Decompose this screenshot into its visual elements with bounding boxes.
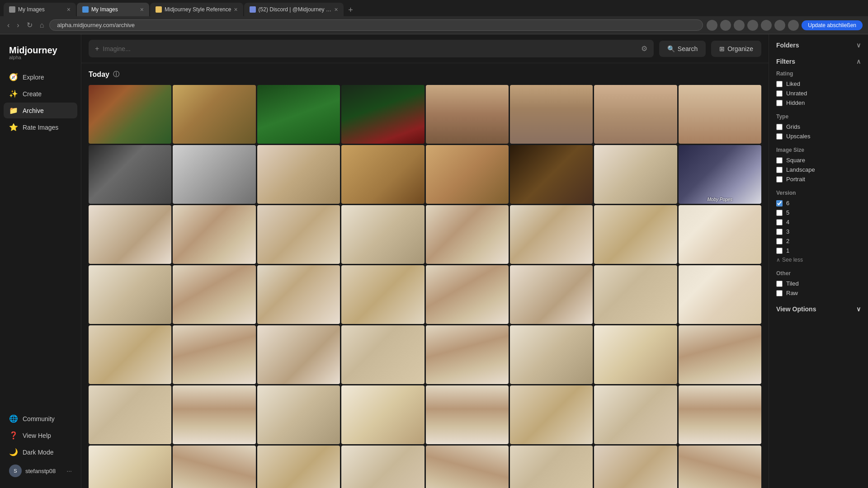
image-cell[interactable] (341, 265, 424, 324)
image-cell[interactable] (173, 205, 255, 264)
upscales-checkbox[interactable] (776, 133, 783, 140)
tab-style-ref[interactable]: Midjourney Style Reference × (150, 3, 243, 16)
browser-ext-2[interactable] (720, 20, 731, 31)
landscape-checkbox[interactable] (776, 167, 783, 173)
image-cell[interactable] (679, 265, 761, 324)
image-cell[interactable] (594, 85, 677, 144)
user-more-icon[interactable]: ··· (66, 467, 72, 474)
see-less-button[interactable]: ∧ See less (776, 257, 861, 263)
image-cell[interactable] (679, 446, 761, 488)
filter-upscales[interactable]: Upscales (776, 133, 861, 140)
image-cell[interactable] (341, 85, 424, 144)
image-cell[interactable] (89, 385, 171, 444)
image-cell[interactable] (257, 446, 340, 488)
image-cell[interactable] (341, 385, 424, 444)
image-cell[interactable] (257, 205, 340, 264)
image-cell[interactable] (173, 145, 255, 204)
filter-unrated[interactable]: Unrated (776, 90, 861, 97)
image-cell[interactable] (510, 265, 593, 324)
sidebar-item-explore[interactable]: 🧭 Explore (4, 69, 77, 85)
tab-discord[interactable]: (52) Discord | @Midjourney Bot × (244, 3, 344, 16)
image-cell[interactable] (594, 325, 677, 384)
sidebar-item-create[interactable]: ✨ Create (4, 86, 77, 102)
hidden-checkbox[interactable] (776, 100, 783, 106)
image-cell[interactable] (173, 446, 255, 488)
browser-ext-3[interactable] (734, 20, 745, 31)
new-tab-button[interactable]: + (344, 4, 357, 16)
image-cell[interactable] (89, 145, 171, 204)
v4-checkbox[interactable] (776, 219, 783, 225)
image-cell[interactable] (426, 85, 509, 144)
browser-ext-4[interactable] (747, 20, 758, 31)
image-cell[interactable] (426, 325, 509, 384)
browser-ext-5[interactable] (761, 20, 772, 31)
info-icon[interactable]: ⓘ (113, 70, 119, 79)
tiled-checkbox[interactable] (776, 281, 783, 287)
view-options-section[interactable]: View Options ∨ (776, 305, 861, 313)
address-input[interactable] (49, 19, 703, 31)
v1-checkbox[interactable] (776, 248, 783, 254)
filter-v3[interactable]: 3 (776, 228, 861, 235)
sidebar-item-community[interactable]: 🌐 Community (4, 411, 77, 427)
filter-v5[interactable]: 5 (776, 209, 861, 216)
image-cell[interactable] (89, 446, 171, 488)
filter-grids[interactable]: Grids (776, 123, 861, 130)
sidebar-item-rate[interactable]: ⭐ Rate Images (4, 119, 77, 135)
v6-checkbox[interactable] (776, 200, 783, 206)
image-cell[interactable] (510, 205, 593, 264)
image-cell[interactable] (89, 265, 171, 324)
image-cell[interactable] (341, 325, 424, 384)
filter-hidden[interactable]: Hidden (776, 99, 861, 106)
sidebar-item-view-help[interactable]: ❓ View Help (4, 427, 77, 443)
home-button[interactable]: ⌂ (38, 19, 46, 31)
reload-button[interactable]: ↻ (25, 19, 34, 31)
filter-raw[interactable]: Raw (776, 290, 861, 296)
image-cell[interactable] (594, 205, 677, 264)
image-cell[interactable] (426, 205, 509, 264)
image-cell[interactable] (510, 385, 593, 444)
portrait-checkbox[interactable] (776, 176, 783, 183)
filter-tiled[interactable]: Tiled (776, 280, 861, 287)
tab-close-4[interactable]: × (334, 6, 338, 13)
image-cell[interactable] (89, 205, 171, 264)
raw-checkbox[interactable] (776, 290, 783, 296)
filter-v2[interactable]: 2 (776, 238, 861, 244)
liked-checkbox[interactable] (776, 81, 783, 87)
filter-v6[interactable]: 6 (776, 200, 861, 206)
image-cell[interactable] (341, 145, 424, 204)
unrated-checkbox[interactable] (776, 90, 783, 97)
v2-checkbox[interactable] (776, 238, 783, 244)
sidebar-item-archive[interactable]: 📁 Archive (4, 103, 77, 118)
image-cell[interactable] (257, 385, 340, 444)
browser-ext-1[interactable] (707, 20, 717, 31)
tab-close-2[interactable]: × (140, 6, 144, 13)
filters-header[interactable]: Filters ∧ (776, 58, 861, 65)
image-cell[interactable] (594, 446, 677, 488)
filter-v1[interactable]: 1 (776, 247, 861, 254)
image-cell[interactable] (594, 145, 677, 204)
image-cell[interactable] (510, 85, 593, 144)
image-cell[interactable] (426, 446, 509, 488)
search-button[interactable]: 🔍 Search (659, 41, 706, 57)
image-cell[interactable] (89, 325, 171, 384)
image-cell[interactable] (89, 85, 171, 144)
tab-my-images-2[interactable]: My Images × (77, 3, 149, 16)
back-button[interactable]: ‹ (5, 19, 11, 31)
image-cell[interactable] (679, 85, 761, 144)
forward-button[interactable]: › (15, 19, 21, 31)
image-cell[interactable] (426, 385, 509, 444)
image-cell[interactable] (594, 385, 677, 444)
browser-ext-7[interactable] (788, 20, 799, 31)
image-cell[interactable] (426, 265, 509, 324)
image-cell[interactable] (173, 385, 255, 444)
image-cell[interactable] (257, 325, 340, 384)
v3-checkbox[interactable] (776, 229, 783, 235)
image-cell[interactable] (679, 385, 761, 444)
image-cell[interactable] (257, 265, 340, 324)
tab-my-images-1[interactable]: My Images × (4, 3, 76, 16)
organize-button[interactable]: ⊞ Organize (711, 41, 761, 57)
image-cell[interactable] (173, 265, 255, 324)
imagine-input[interactable]: + Imagine... ⚙ (89, 40, 654, 57)
tab-close-1[interactable]: × (67, 6, 71, 13)
image-cell[interactable] (257, 85, 340, 144)
